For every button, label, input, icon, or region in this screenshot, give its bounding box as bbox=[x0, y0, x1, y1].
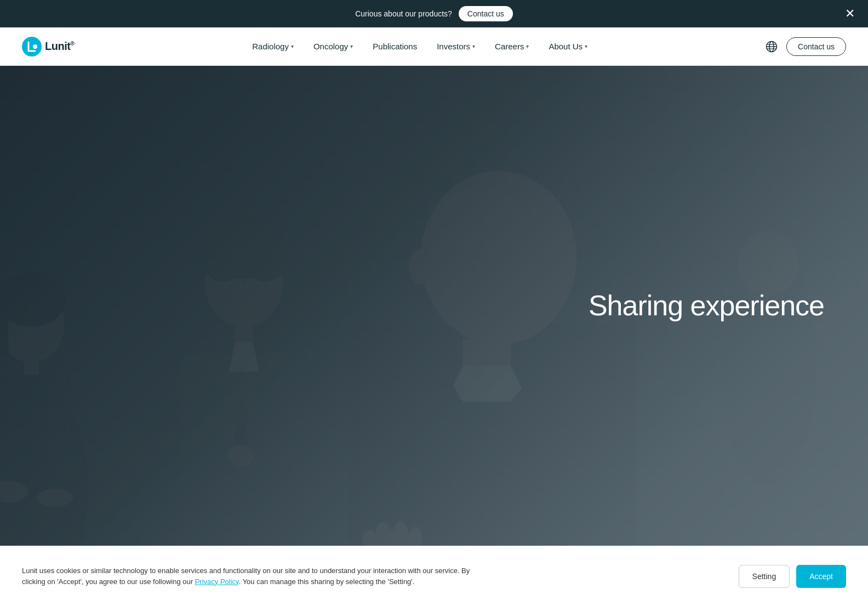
logo-text: Lunit® bbox=[45, 40, 74, 53]
nav-item-publications[interactable]: Publications bbox=[373, 42, 417, 51]
radiology-nav-btn[interactable]: Radiology ▾ bbox=[252, 42, 294, 51]
oncology-nav-btn[interactable]: Oncology ▾ bbox=[313, 42, 353, 51]
chevron-down-icon: ▾ bbox=[526, 43, 529, 49]
cookie-banner: Lunit uses cookies or similar technology… bbox=[0, 546, 868, 606]
chevron-down-icon: ▾ bbox=[350, 43, 353, 49]
nav-item-investors[interactable]: Investors ▾ bbox=[437, 42, 475, 51]
logo-icon bbox=[22, 37, 42, 56]
nav-right: Contact us bbox=[766, 37, 846, 56]
announcement-bar: Curious about our products? Contact us ✕ bbox=[0, 0, 868, 27]
cookie-buttons: Setting Accept bbox=[739, 565, 846, 588]
banner-close-button[interactable]: ✕ bbox=[845, 8, 855, 20]
cookie-text: Lunit uses cookies or similar technology… bbox=[22, 565, 471, 587]
navbar: Lunit® Radiology ▾ Oncology ▾ Publicatio… bbox=[0, 27, 868, 66]
svg-point-0 bbox=[22, 37, 42, 56]
announcement-text: Curious about our products? bbox=[355, 9, 452, 18]
nav-item-oncology[interactable]: Oncology ▾ bbox=[313, 42, 353, 51]
nav-item-about-us[interactable]: About Us ▾ bbox=[549, 42, 587, 51]
chevron-down-icon: ▾ bbox=[472, 43, 475, 49]
chevron-down-icon: ▾ bbox=[585, 43, 587, 49]
language-selector-button[interactable] bbox=[766, 41, 778, 53]
setting-button[interactable]: Setting bbox=[739, 565, 790, 588]
publications-nav-link[interactable]: Publications bbox=[373, 42, 417, 51]
logo[interactable]: Lunit® bbox=[22, 37, 74, 56]
careers-nav-btn[interactable]: Careers ▾ bbox=[495, 42, 529, 51]
hero-headline: Sharing experience bbox=[589, 290, 824, 321]
nav-item-radiology[interactable]: Radiology ▾ bbox=[252, 42, 294, 51]
chevron-down-icon: ▾ bbox=[291, 43, 294, 49]
contact-us-nav-button[interactable]: Contact us bbox=[786, 37, 846, 56]
globe-icon bbox=[766, 41, 778, 53]
svg-point-1 bbox=[33, 44, 37, 49]
nav-item-careers[interactable]: Careers ▾ bbox=[495, 42, 529, 51]
privacy-policy-link[interactable]: Privacy Policy bbox=[195, 577, 239, 586]
investors-nav-btn[interactable]: Investors ▾ bbox=[437, 42, 475, 51]
nav-links: Radiology ▾ Oncology ▾ Publications Inve… bbox=[252, 42, 587, 51]
accept-button[interactable]: Accept bbox=[796, 565, 846, 588]
hero-section: Sharing experience bbox=[0, 66, 868, 546]
about-us-nav-btn[interactable]: About Us ▾ bbox=[549, 42, 587, 51]
contact-us-banner-button[interactable]: Contact us bbox=[459, 6, 513, 21]
